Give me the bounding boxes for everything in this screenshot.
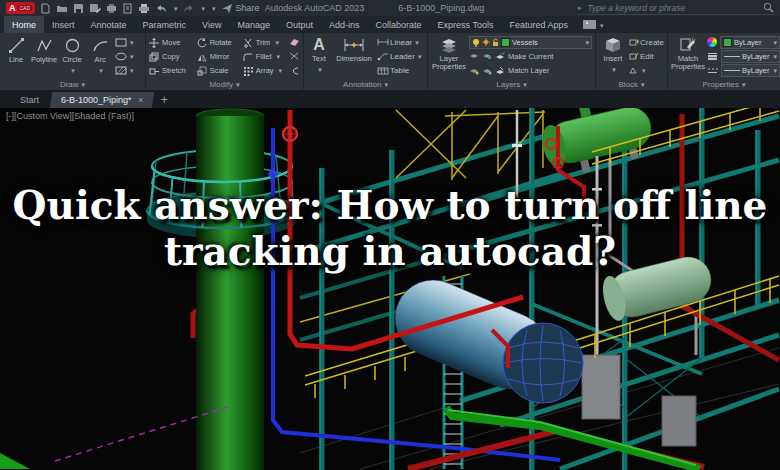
drawing-canvas[interactable]: [-][Custom View][Shaded (Fast)]: [0, 108, 780, 470]
eraser-icon: [289, 38, 300, 46]
stretch-button[interactable]: Stretch: [149, 64, 191, 78]
arc-button[interactable]: Arc: [87, 35, 113, 78]
block-attributes-button[interactable]: [629, 64, 664, 77]
tab-view[interactable]: View: [194, 16, 229, 33]
mirror-button[interactable]: Mirror: [197, 50, 237, 64]
search-icon[interactable]: [763, 2, 774, 13]
chevron-down-icon: [772, 66, 778, 75]
tab-annotate[interactable]: Annotate: [83, 16, 135, 33]
file-tab-start[interactable]: Start: [9, 92, 50, 108]
panel-label-layers[interactable]: Layers: [428, 78, 595, 90]
panel-label-annotation[interactable]: Annotation: [304, 78, 427, 90]
redo-dropdown-icon[interactable]: [200, 3, 206, 13]
overlay-title-line1: Quick answer: How to turn off line: [0, 182, 780, 228]
join-icon: [289, 67, 300, 75]
tab-add-ins[interactable]: Add-ins: [321, 16, 368, 33]
title-bar: ACAD Share Autodesk AutoCAD 2023 6-B-100…: [0, 0, 780, 16]
layer-color-swatch: [501, 38, 510, 47]
tab-featured-apps[interactable]: Featured Apps: [501, 16, 576, 33]
page-setup-icon[interactable]: [122, 3, 133, 14]
circle-icon: [64, 37, 81, 54]
layer-lock-icon: [482, 52, 492, 60]
viewport-controls-label[interactable]: [-][Custom View][Shaded (Fast)]: [6, 111, 134, 121]
rotate-button[interactable]: Rotate: [197, 36, 237, 50]
array-icon: [243, 66, 253, 76]
tab-home[interactable]: Home: [4, 16, 44, 33]
search-expand-icon[interactable]: ▸: [578, 4, 582, 12]
panel-layers: Layer Properties Vessels Make Current: [428, 33, 596, 90]
linear-icon: [377, 38, 389, 46]
tab-output[interactable]: Output: [278, 16, 321, 33]
file-tab-active[interactable]: 6-B-1000_Piping* ×: [50, 92, 154, 108]
circle-button[interactable]: Circle: [59, 35, 85, 78]
array-button[interactable]: Array: [243, 64, 287, 78]
share-button[interactable]: Share: [221, 3, 260, 14]
new-drawing-button[interactable]: +: [155, 92, 174, 108]
panel-label-draw[interactable]: Draw: [0, 78, 145, 90]
dimension-icon: [343, 37, 365, 53]
autocad-logo[interactable]: ACAD: [6, 2, 35, 14]
lineweight-dropdown[interactable]: ByLayer: [707, 50, 780, 63]
table-button[interactable]: Table: [377, 64, 424, 77]
close-icon[interactable]: ×: [138, 95, 143, 105]
layer-properties-button[interactable]: Layer Properties: [431, 35, 467, 78]
plot-icon[interactable]: [106, 3, 117, 14]
layer-isolate-icon: [469, 67, 479, 75]
tab-insert[interactable]: Insert: [44, 16, 83, 33]
panel-label-modify[interactable]: Modify: [146, 78, 303, 90]
save-as-icon[interactable]: [89, 3, 101, 14]
copy-button[interactable]: Copy: [149, 50, 191, 64]
color-wheel-icon: [707, 37, 717, 47]
join-button[interactable]: [289, 64, 300, 77]
layer-freeze-icon: [482, 67, 492, 75]
open-folder-icon[interactable]: [56, 3, 68, 14]
search-box[interactable]: ▸: [578, 1, 774, 15]
leader-button[interactable]: Leader: [377, 50, 424, 63]
save-icon[interactable]: [73, 3, 84, 14]
undo-icon[interactable]: [155, 3, 167, 14]
text-icon: A: [313, 37, 325, 53]
linear-button[interactable]: Linear: [377, 36, 424, 49]
panel-label-block[interactable]: Block: [596, 78, 667, 90]
print-icon[interactable]: [138, 3, 150, 14]
make-current-button[interactable]: Make Current: [469, 50, 592, 63]
match-properties-button[interactable]: Match Properties: [671, 35, 705, 78]
create-block-button[interactable]: Create: [629, 36, 664, 49]
line-button[interactable]: Line: [3, 35, 29, 78]
rectangle-button[interactable]: [115, 36, 134, 49]
tab-collaborate[interactable]: Collaborate: [368, 16, 430, 33]
dimension-button[interactable]: Dimension: [333, 35, 375, 78]
match-layer-button[interactable]: Match Layer: [469, 64, 592, 77]
new-file-icon[interactable]: [40, 3, 51, 14]
move-button[interactable]: Move: [149, 36, 191, 50]
scale-button[interactable]: Scale: [197, 64, 237, 78]
insert-block-button[interactable]: Insert: [599, 35, 627, 78]
3d-model: [0, 108, 780, 470]
fillet-button[interactable]: Fillet: [243, 50, 287, 64]
edit-block-button[interactable]: Edit: [629, 50, 664, 63]
tab-parametric[interactable]: Parametric: [135, 16, 195, 33]
tab-express-tools[interactable]: Express Tools: [430, 16, 502, 33]
redo-icon[interactable]: [183, 3, 195, 14]
linetype-icon: [707, 67, 718, 75]
tab-manage[interactable]: Manage: [229, 16, 278, 33]
polyline-button[interactable]: Polyline: [31, 35, 57, 78]
hatch-button[interactable]: [115, 64, 134, 77]
panel-label-properties[interactable]: Properties: [668, 78, 780, 90]
undo-dropdown-icon[interactable]: [172, 3, 178, 13]
move-icon: [149, 38, 159, 48]
trim-button[interactable]: Trim: [243, 36, 287, 50]
ellipse-button[interactable]: [115, 50, 134, 63]
erase-button[interactable]: [289, 36, 300, 49]
search-input[interactable]: [586, 2, 759, 14]
explode-button[interactable]: [289, 50, 300, 63]
qat-customize-icon[interactable]: [210, 3, 216, 13]
leader-icon: [377, 52, 389, 60]
object-color-dropdown[interactable]: ByLayer: [707, 36, 780, 49]
linetype-dropdown[interactable]: ByLayer: [707, 64, 780, 77]
layer-dropdown[interactable]: Vessels: [469, 36, 592, 49]
ribbon-display-options-button[interactable]: [576, 16, 611, 33]
text-button[interactable]: A Text: [307, 35, 331, 78]
rectangle-icon: [115, 38, 127, 47]
chevron-down-icon: [128, 52, 134, 61]
